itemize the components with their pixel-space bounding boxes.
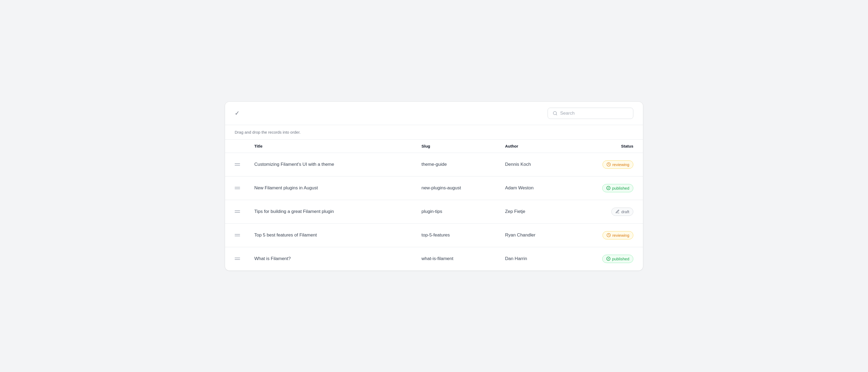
author-cell: Zep Fietje xyxy=(505,200,580,223)
svg-line-1 xyxy=(556,114,557,115)
status-badge: reviewing xyxy=(602,231,633,240)
badge-label: published xyxy=(612,186,629,190)
status-cell: reviewing xyxy=(580,153,643,176)
badge-label: draft xyxy=(621,210,629,214)
slug-cell: new-plugins-august xyxy=(422,176,505,200)
col-header-title: Title xyxy=(254,140,422,153)
table-row: New Filament plugins in August new-plugi… xyxy=(225,176,643,200)
badge-label: reviewing xyxy=(613,233,629,238)
drag-cell[interactable] xyxy=(225,176,254,200)
table-header-row: Title Slug Author Status xyxy=(225,140,643,153)
table-row: What is Filament? what-is-filament Dan H… xyxy=(225,247,643,271)
table-row: Tips for building a great Filament plugi… xyxy=(225,200,643,223)
title-cell: Tips for building a great Filament plugi… xyxy=(254,200,422,223)
header: ✓ xyxy=(225,102,643,125)
hint-bar: Drag and drop the records into order. xyxy=(225,125,643,140)
reviewing-icon xyxy=(607,162,611,166)
drag-cell[interactable] xyxy=(225,200,254,223)
badge-icon xyxy=(606,186,611,190)
status-cell: published xyxy=(580,247,643,271)
author-cell: Dan Harrin xyxy=(505,247,580,271)
badge-label: published xyxy=(612,256,629,261)
published-icon xyxy=(606,186,611,190)
col-header-author: Author xyxy=(505,140,580,153)
search-wrapper xyxy=(548,108,633,119)
search-icon xyxy=(553,111,558,116)
status-cell: draft xyxy=(580,200,643,223)
drag-cell[interactable] xyxy=(225,223,254,247)
drag-cell[interactable] xyxy=(225,153,254,176)
slug-cell: what-is-filament xyxy=(422,247,505,271)
slug-cell: theme-guide xyxy=(422,153,505,176)
badge-label: reviewing xyxy=(613,162,629,167)
check-icon: ✓ xyxy=(235,110,240,117)
col-header-slug: Slug xyxy=(422,140,505,153)
main-card: ✓ Drag and drop the records into order. … xyxy=(225,102,643,271)
title-cell: Customizing Filament's UI with a theme xyxy=(254,153,422,176)
slug-cell: top-5-features xyxy=(422,223,505,247)
slug-cell: plugin-tips xyxy=(422,200,505,223)
drag-handle[interactable] xyxy=(235,187,254,189)
drag-handle[interactable] xyxy=(235,258,254,260)
table-row: Customizing Filament's UI with a theme t… xyxy=(225,153,643,176)
status-cell: published xyxy=(580,176,643,200)
status-badge: draft xyxy=(611,208,633,216)
title-cell: Top 5 best features of Filament xyxy=(254,223,422,247)
drag-cell[interactable] xyxy=(225,247,254,271)
drag-handle[interactable] xyxy=(235,211,254,213)
author-cell: Ryan Chandler xyxy=(505,223,580,247)
search-input[interactable] xyxy=(560,111,628,116)
reviewing-icon xyxy=(607,233,611,237)
published-icon xyxy=(606,256,611,261)
drag-handle[interactable] xyxy=(235,234,254,236)
table-row: Top 5 best features of Filament top-5-fe… xyxy=(225,223,643,247)
badge-icon xyxy=(607,162,611,166)
draft-icon xyxy=(615,210,620,214)
author-cell: Dennis Koch xyxy=(505,153,580,176)
col-header-status: Status xyxy=(580,140,643,153)
title-cell: What is Filament? xyxy=(254,247,422,271)
author-cell: Adam Weston xyxy=(505,176,580,200)
drag-handle[interactable] xyxy=(235,163,254,165)
hint-text: Drag and drop the records into order. xyxy=(235,130,301,134)
status-badge: reviewing xyxy=(602,160,633,169)
badge-icon xyxy=(607,233,611,237)
status-badge: published xyxy=(602,184,633,192)
status-cell: reviewing xyxy=(580,223,643,247)
status-badge: published xyxy=(602,255,633,263)
col-header-drag xyxy=(225,140,254,153)
title-cell: New Filament plugins in August xyxy=(254,176,422,200)
records-table: Title Slug Author Status Customizing Fil… xyxy=(225,140,643,271)
badge-icon xyxy=(606,256,611,261)
badge-icon xyxy=(615,210,620,214)
